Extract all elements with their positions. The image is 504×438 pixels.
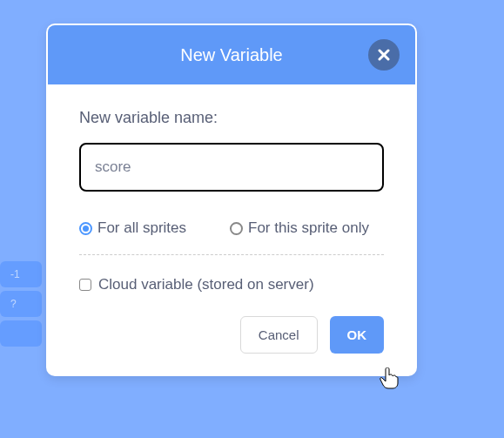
bg-block: -1 (0, 261, 42, 287)
divider (79, 254, 384, 255)
checkbox-icon (79, 279, 91, 291)
ok-button[interactable]: OK (330, 316, 385, 354)
new-variable-dialog: New Variable New variable name: For all … (46, 24, 417, 376)
scope-radio-group: For all sprites For this sprite only (79, 219, 384, 237)
background-blocks: -1 ? (0, 261, 42, 350)
cloud-variable-checkbox[interactable]: Cloud variable (stored on server) (79, 276, 384, 293)
radio-icon (230, 222, 243, 235)
radio-icon (79, 222, 92, 235)
variable-name-input[interactable] (79, 143, 384, 192)
radio-this-sprite-only[interactable]: For this sprite only (230, 219, 369, 237)
bg-block: ? (0, 291, 42, 317)
close-button[interactable] (368, 39, 400, 71)
checkbox-label: Cloud variable (stored on server) (98, 276, 314, 293)
dialog-buttons: Cancel OK (79, 316, 384, 354)
radio-all-sprites[interactable]: For all sprites (79, 219, 186, 237)
bg-block (0, 320, 42, 347)
close-icon (378, 49, 390, 61)
radio-label: For all sprites (97, 219, 186, 237)
dialog-body: New variable name: For all sprites For t… (48, 84, 415, 374)
cancel-button[interactable]: Cancel (240, 316, 318, 354)
variable-name-label: New variable name: (79, 109, 384, 127)
dialog-title: New Variable (180, 45, 282, 65)
radio-label: For this sprite only (248, 219, 369, 237)
dialog-header: New Variable (48, 25, 415, 84)
